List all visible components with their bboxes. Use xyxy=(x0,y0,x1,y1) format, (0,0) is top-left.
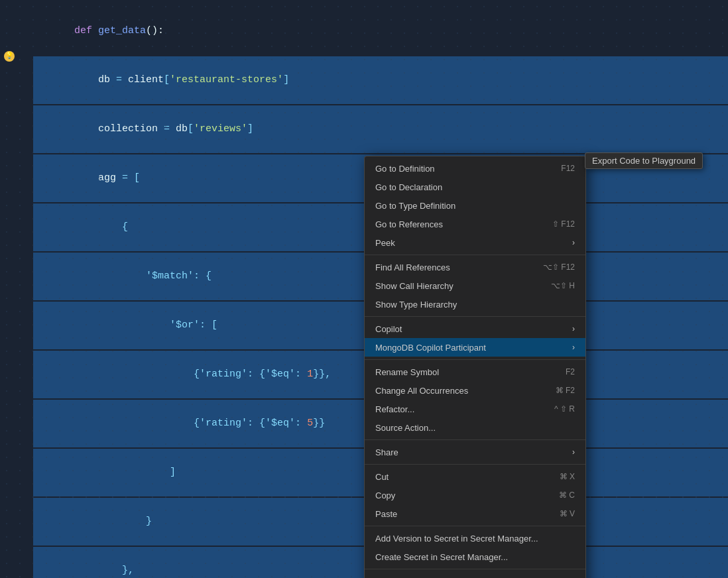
menu-item-create-secret[interactable]: Create Secret in Secret Manager... xyxy=(365,548,585,566)
menu-item-shortcut: ⌘ F2 xyxy=(556,386,575,395)
menu-section-share: Share › xyxy=(365,440,585,465)
menu-item-show-type-hierarchy[interactable]: Show Type Hierarchy xyxy=(365,295,585,314)
menu-item-change-all-occurrences[interactable]: Change All Occurrences ⌘ F2 xyxy=(365,381,585,400)
menu-item-label: Refactor... xyxy=(375,404,414,414)
menu-item-label: Cut xyxy=(375,472,389,482)
menu-item-label: Copilot xyxy=(375,324,402,334)
menu-item-run-interactive[interactable]: Run in Interactive Window › xyxy=(365,572,585,578)
menu-item-paste[interactable]: Paste ⌘ V xyxy=(365,504,585,523)
menu-section-secret: Add Version to Secret in Secret Manager.… xyxy=(365,526,585,569)
menu-section-find: Find All References ⌥⇧ F12 Show Call Hie… xyxy=(365,255,585,317)
menu-item-label: Show Call Hierarchy xyxy=(375,281,454,291)
menu-item-label: Rename Symbol xyxy=(375,367,439,377)
menu-item-label: Add Version to Secret in Secret Manager.… xyxy=(375,534,538,544)
menu-item-label: Go to Type Definition xyxy=(375,201,455,211)
menu-item-label: MongoDB Copilot Participant xyxy=(375,343,486,353)
line-content: def get_data(): xyxy=(33,7,728,55)
menu-item-label: Go to Definition xyxy=(375,164,435,174)
menu-item-copy[interactable]: Copy ⌘ C xyxy=(365,486,585,504)
menu-item-label: Show Type Hierarchy xyxy=(375,300,457,310)
menu-item-peek[interactable]: Peek › xyxy=(365,233,585,252)
menu-item-go-to-declaration[interactable]: Go to Declaration xyxy=(365,178,585,196)
menu-item-refactor[interactable]: Refactor... ^ ⇧ R xyxy=(365,400,585,418)
menu-item-shortcut: ⌘ C xyxy=(559,491,575,500)
menu-item-label: Change All Occurrences xyxy=(375,386,468,396)
menu-item-label: Go to Declaration xyxy=(375,182,442,192)
menu-item-go-to-definition[interactable]: Go to Definition F12 xyxy=(365,159,585,178)
code-line-2: 💡 db = client['restaurant-stores'] xyxy=(0,56,728,105)
menu-item-label: Find All References xyxy=(375,262,450,272)
menu-item-cut[interactable]: Cut ⌘ X xyxy=(365,467,585,486)
menu-item-label: Go to References xyxy=(375,219,443,229)
menu-item-shortcut: ⌘ V xyxy=(560,509,575,518)
chevron-right-icon: › xyxy=(572,447,575,457)
chevron-right-icon: › xyxy=(572,324,575,333)
menu-section-navigation: Go to Definition F12 Go to Declaration G… xyxy=(365,156,585,255)
menu-item-label: Share xyxy=(375,447,398,457)
context-menu: Go to Definition F12 Go to Declaration G… xyxy=(364,156,586,578)
keyword: def xyxy=(74,25,98,36)
chevron-right-icon: › xyxy=(572,343,575,352)
menu-item-go-to-references[interactable]: Go to References ⇧ F12 xyxy=(365,215,585,233)
code-line-1: def get_data(): xyxy=(0,7,728,56)
menu-item-share[interactable]: Share › xyxy=(365,443,585,461)
submenu-export-code[interactable]: Export Code to Playground xyxy=(585,152,703,169)
menu-item-label: Peek xyxy=(375,238,395,248)
menu-item-rename-symbol[interactable]: Rename Symbol F2 xyxy=(365,363,585,381)
menu-item-add-version-secret[interactable]: Add Version to Secret in Secret Manager.… xyxy=(365,529,585,548)
menu-item-shortcut: ⌥⇧ F12 xyxy=(543,262,575,272)
chevron-right-icon: › xyxy=(572,238,575,247)
line-content: collection = db['reviews'] xyxy=(33,105,728,153)
code-line-3: collection = db['reviews'] xyxy=(0,105,728,154)
function-name: get_data xyxy=(98,25,146,36)
menu-item-label: Create Secret in Secret Manager... xyxy=(375,552,508,562)
punct: (): xyxy=(146,25,164,36)
menu-item-find-all-references[interactable]: Find All References ⌥⇧ F12 xyxy=(365,258,585,276)
menu-item-source-action[interactable]: Source Action... xyxy=(365,418,585,437)
menu-section-run: Run in Interactive Window › Run Python › xyxy=(365,569,585,578)
breakpoint-indicator: 💡 xyxy=(4,51,15,62)
menu-item-shortcut: ^ ⇧ R xyxy=(554,404,575,414)
code-editor: def get_data(): 💡 db = client['restauran… xyxy=(0,0,728,578)
menu-item-go-to-type-definition[interactable]: Go to Type Definition xyxy=(365,196,585,215)
menu-item-copilot[interactable]: Copilot › xyxy=(365,319,585,338)
menu-item-label: Copy xyxy=(375,491,395,500)
menu-item-show-call-hierarchy[interactable]: Show Call Hierarchy ⌥⇧ H xyxy=(365,276,585,295)
menu-item-shortcut: ⌥⇧ H xyxy=(551,281,575,290)
line-content: db = client['restaurant-stores'] xyxy=(33,56,728,104)
menu-section-clipboard: Cut ⌘ X Copy ⌘ C Paste ⌘ V xyxy=(365,465,585,526)
menu-section-refactor: Rename Symbol F2 Change All Occurrences … xyxy=(365,360,585,440)
menu-item-label: Source Action... xyxy=(375,423,436,433)
menu-section-copilot: Copilot › MongoDB Copilot Participant › xyxy=(365,317,585,360)
menu-item-shortcut: ⌘ X xyxy=(560,472,575,481)
menu-item-shortcut: ⇧ F12 xyxy=(552,219,575,229)
menu-item-shortcut: F12 xyxy=(561,164,575,173)
submenu-label: Export Code to Playground xyxy=(592,156,696,166)
menu-item-mongodb-copilot[interactable]: MongoDB Copilot Participant › xyxy=(365,338,585,357)
menu-item-shortcut: F2 xyxy=(566,367,575,376)
menu-item-label: Paste xyxy=(375,509,397,519)
